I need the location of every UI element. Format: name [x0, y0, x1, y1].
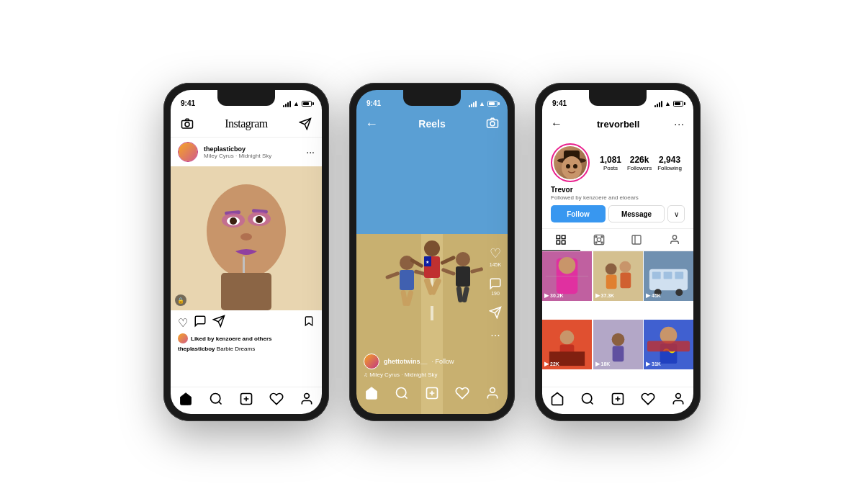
svg-point-65 [566, 164, 570, 168]
phone-3-screen: 9:41 ▲ ← trevorbell [542, 90, 693, 414]
p1-caption: theplasticboy Barbie Dreams [171, 346, 322, 356]
tab-reels[interactable] [580, 229, 618, 251]
p2-nav-heart[interactable] [455, 386, 469, 404]
signal-bars-1 [283, 101, 291, 107]
nav-add-1[interactable] [239, 392, 253, 410]
post-user-info: theplasticboy Miley Cyrus · Midnight Sky [204, 145, 300, 159]
phone-2: ★ [349, 83, 515, 421]
p1-actions: ♡ [171, 310, 322, 333]
p2-user-avatar[interactable] [364, 354, 379, 369]
svg-rect-17 [221, 273, 271, 310]
svg-point-108 [582, 394, 592, 403]
p2-share-icon[interactable] [489, 306, 502, 319]
svg-point-14 [240, 233, 252, 240]
p3-followed-by: Followed by kenzoere and eloears [551, 194, 685, 201]
instagram-title: Instagram [225, 117, 267, 130]
p3-nav-search[interactable] [580, 392, 595, 410]
p3-content-tabs [542, 228, 693, 251]
svg-point-97 [560, 330, 575, 345]
like-icon[interactable]: ♡ [178, 316, 188, 330]
p3-more-icon[interactable]: ··· [674, 118, 685, 130]
message-button[interactable]: Message [608, 205, 665, 222]
post-more-icon[interactable]: ··· [306, 146, 315, 158]
post-avatar[interactable] [178, 142, 198, 162]
svg-point-74 [601, 236, 603, 238]
svg-point-46 [456, 252, 470, 266]
grid-cell-5[interactable]: ▶ 18K [593, 320, 643, 369]
p3-nav-profile[interactable] [671, 392, 685, 410]
nav-heart-1[interactable] [269, 392, 284, 410]
status-time-2: 9:41 [366, 99, 381, 107]
svg-point-113 [676, 394, 681, 399]
svg-point-64 [562, 156, 582, 179]
grid-cell-6[interactable]: ▶ 31K [644, 320, 693, 369]
share-icon[interactable] [212, 315, 225, 330]
battery-icon-3 [673, 101, 683, 107]
svg-line-21 [219, 402, 222, 405]
svg-rect-77 [632, 235, 641, 244]
p2-reel-username[interactable]: ghettotwins__ [384, 358, 428, 365]
p2-nav-search[interactable] [395, 386, 409, 404]
grid-cell-2[interactable]: ▶ 37.3K [593, 251, 643, 301]
svg-rect-107 [647, 341, 690, 351]
p3-avatar-ring[interactable] [551, 143, 590, 182]
nav-search-1[interactable] [209, 392, 223, 410]
follow-button[interactable]: Follow [551, 205, 606, 222]
svg-rect-92 [664, 272, 672, 279]
save-icon[interactable] [303, 315, 315, 330]
p3-nav-home[interactable] [550, 392, 564, 410]
tab-person[interactable] [656, 229, 694, 251]
svg-rect-87 [606, 275, 616, 289]
p3-nav-heart[interactable] [641, 392, 655, 410]
camera-icon[interactable] [179, 116, 195, 132]
grid-cell-1[interactable]: ▶ 30.2K [542, 251, 592, 301]
grid-cell-4[interactable]: ▶ 22K [542, 320, 592, 369]
svg-point-73 [595, 236, 597, 238]
p2-nav-add[interactable] [425, 386, 439, 404]
svg-line-57 [405, 396, 408, 399]
p2-camera-icon[interactable] [486, 117, 499, 132]
send-icon[interactable] [297, 116, 313, 132]
grid-cell-3[interactable]: ▶ 45K [644, 251, 693, 301]
comment-icon[interactable] [194, 315, 207, 330]
svg-point-20 [211, 394, 220, 403]
svg-point-75 [595, 242, 597, 243]
tab-tagged[interactable] [618, 229, 656, 251]
svg-point-102 [611, 333, 624, 346]
phone-1: 9:41 ▲ [163, 83, 329, 421]
svg-point-76 [601, 242, 603, 243]
svg-point-72 [597, 238, 600, 241]
p3-more-button[interactable]: ∨ [667, 205, 685, 222]
p1-likes: Liked by kenzoere and others [171, 333, 322, 346]
p2-nav-profile[interactable] [485, 386, 500, 404]
p2-back-icon[interactable]: ← [365, 117, 378, 132]
svg-line-109 [590, 402, 593, 405]
p2-nav-home[interactable] [364, 386, 379, 404]
p2-bottom-info: ghettotwins__ · Follow ♫ Miley Cyrus · M… [356, 354, 508, 378]
lock-icon: 🔒 [175, 294, 186, 306]
notch-1 [217, 90, 275, 106]
svg-rect-69 [557, 240, 560, 244]
svg-point-11 [230, 217, 237, 225]
p3-back-icon[interactable]: ← [551, 117, 562, 130]
post-username[interactable]: theplasticboy [204, 145, 300, 153]
svg-rect-31 [431, 306, 433, 320]
nav-profile-1[interactable] [300, 392, 314, 410]
liker-avatar [178, 333, 188, 343]
p3-profile-top: 1,081 Posts 226k Followers 2,943 Followi… [542, 138, 693, 228]
post-subtitle: Miley Cyrus · Midnight Sky [204, 153, 300, 159]
svg-point-32 [400, 256, 414, 270]
p2-more-icon[interactable]: ··· [490, 329, 500, 342]
p2-like-icon[interactable]: ♡ 145K [490, 246, 501, 267]
svg-rect-68 [562, 235, 566, 239]
wifi-icon-3: ▲ [665, 100, 671, 107]
svg-point-66 [573, 164, 577, 168]
phone-2-screen: ★ [356, 90, 508, 414]
p2-title: Reels [418, 118, 445, 130]
p2-follow-text[interactable]: · Follow [432, 358, 454, 365]
p3-nav-add[interactable] [611, 392, 625, 410]
tab-grid[interactable] [542, 229, 580, 251]
p2-comment-icon[interactable]: 190 [489, 277, 502, 296]
nav-home-1[interactable] [179, 392, 193, 410]
battery-icon-2 [487, 101, 498, 107]
